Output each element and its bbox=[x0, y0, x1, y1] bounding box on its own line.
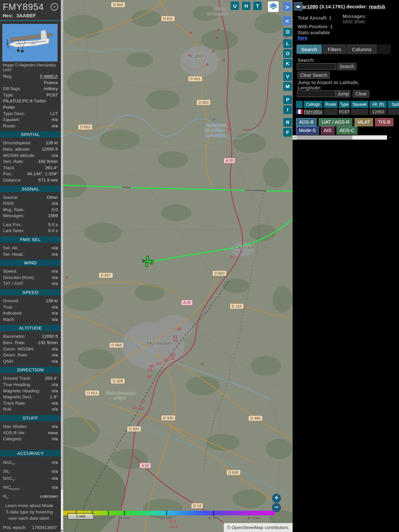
detail-label: Nav. Modes: bbox=[3, 424, 28, 430]
detail-value: n/a bbox=[52, 153, 58, 159]
scrollbar-down-arrow-icon[interactable] bbox=[61, 530, 63, 532]
column-header-Squawk[interactable]: Squawk bbox=[351, 101, 368, 108]
detail-row: Category:n/a bbox=[0, 436, 61, 442]
jump-clear-button[interactable]: Clear bbox=[353, 90, 369, 97]
sidebar-scrollbar[interactable] bbox=[61, 0, 63, 532]
map-button-h[interactable]: H bbox=[242, 2, 250, 10]
detail-label: Msg. Rate: bbox=[3, 207, 25, 213]
legend-tick-label: 40 000+ bbox=[247, 516, 261, 520]
detail-row: Ground Track:263.4° bbox=[0, 375, 61, 382]
tar1090-app: FMY8954 × Hex: 3AABEF IACA bbox=[0, 0, 399, 532]
map-button-m[interactable]: M bbox=[283, 82, 292, 91]
detail-row: Roll:n/a bbox=[0, 406, 61, 413]
detail-value: n/a bbox=[52, 475, 58, 484]
source-badge-mlat[interactable]: MLAT bbox=[354, 118, 373, 126]
messages-label: Messages: bbox=[342, 14, 366, 19]
search-button[interactable]: Search bbox=[337, 63, 356, 70]
scrollbar-track[interactable] bbox=[297, 135, 387, 140]
section-header-signal: SIGNAL bbox=[0, 186, 61, 192]
search-input[interactable] bbox=[297, 63, 336, 70]
map-button-t[interactable]: T bbox=[253, 2, 262, 10]
settings-button[interactable]: ⚙ bbox=[283, 28, 292, 37]
section-header-accuracy: ACCURACY bbox=[0, 450, 61, 457]
detail-value: n/a bbox=[52, 245, 58, 251]
stats-here-link[interactable]: here bbox=[298, 35, 308, 41]
column-header-Route[interactable]: Route bbox=[324, 101, 338, 108]
source-badge-modes[interactable]: Mode-S bbox=[296, 126, 319, 135]
collapse-panel-button[interactable]: < bbox=[282, 16, 292, 26]
detail-row: RC:unknown bbox=[0, 493, 61, 502]
column-header-Callsign[interactable]: Callsign bbox=[304, 101, 323, 108]
source-badge-adsb[interactable]: ADS-B bbox=[296, 118, 317, 126]
map-button-o[interactable]: O bbox=[283, 49, 292, 58]
detail-row: True:n/a bbox=[0, 304, 61, 311]
with-position: With Position: 1 bbox=[298, 24, 333, 29]
detail-row: Sel. Head.:n/a bbox=[0, 251, 61, 258]
legend-tick-label: 20 000 bbox=[160, 516, 172, 520]
tab-columns[interactable]: Columns bbox=[347, 45, 376, 54]
map-button-k[interactable]: K bbox=[283, 59, 292, 68]
legend-tick-label: 30 000 bbox=[207, 516, 219, 520]
detail-value: n/a bbox=[52, 117, 58, 123]
detail-label: QNH: bbox=[3, 358, 14, 365]
layers-button[interactable] bbox=[268, 1, 279, 12]
detail-label: Pos.: bbox=[3, 171, 13, 177]
clear-search-button[interactable]: Clear Search bbox=[298, 71, 330, 79]
tab-search[interactable]: Search bbox=[297, 45, 322, 54]
column-header-flag[interactable] bbox=[296, 101, 303, 108]
map-button-r[interactable]: R bbox=[283, 118, 292, 127]
map-button-i[interactable]: I bbox=[283, 105, 292, 114]
osm-link[interactable]: © OpenStreetMap bbox=[227, 525, 263, 530]
map-button-v[interactable]: V bbox=[283, 72, 292, 81]
scroll-right-arrow-icon[interactable]: ▸ bbox=[388, 135, 392, 140]
tar1090-link[interactable]: tar1090 bbox=[301, 4, 318, 9]
aircraft-callsign-cell[interactable]: FMY8954 bbox=[304, 109, 323, 115]
zoom-out-button[interactable]: − bbox=[272, 503, 281, 512]
detail-row: Track:263.4° bbox=[0, 165, 61, 171]
jump-input[interactable] bbox=[297, 90, 336, 97]
detail-label: NACV: bbox=[3, 475, 16, 484]
detail-row: Last Seen:5.0 s bbox=[0, 228, 61, 234]
legend-tick-label: 8 000 bbox=[103, 516, 113, 520]
detail-sections: SPATIALGroundspeed:139 ktBaro. altitude:… bbox=[0, 131, 61, 501]
source-badge-uatadsr[interactable]: UAT / ADS-R bbox=[319, 118, 352, 126]
detail-row: RSSI:n/a bbox=[0, 200, 61, 207]
detail-value: n/a bbox=[52, 468, 58, 475]
panel-width-toggle[interactable]: ◀▶ bbox=[294, 2, 303, 11]
registration-link[interactable]: F-MMCA bbox=[40, 73, 58, 80]
close-icon[interactable]: × bbox=[51, 3, 58, 11]
column-header-Spd[interactable]: Spd bbox=[388, 101, 399, 108]
source-badge-tisb[interactable]: TIS-B bbox=[375, 118, 393, 126]
map-canvas[interactable]: ✈ bbox=[63, 0, 293, 532]
source-badge-adsc[interactable]: ADS-C bbox=[336, 126, 357, 135]
detail-label: Mach: bbox=[3, 317, 15, 323]
detail-row: Groundspeed:139 kt bbox=[0, 140, 61, 146]
jump-label: Jump to Airport or Latitude, Longitude: bbox=[298, 80, 377, 90]
detail-label: Sel. Alt.: bbox=[3, 245, 19, 251]
scrollbar-thumb[interactable] bbox=[61, 0, 63, 489]
column-header-Alt. (ft)[interactable]: Alt. (ft) bbox=[369, 101, 387, 108]
detail-row: Geom. WGS84:n/a bbox=[0, 346, 61, 352]
svg-text:IACA: IACA bbox=[31, 43, 36, 45]
map[interactable]: ✈ D 660D 811D 653D 820D 653A 20D 820D 92… bbox=[63, 0, 293, 532]
detail-row: Squawk:n/a bbox=[0, 117, 61, 123]
detail-value: 1569 bbox=[48, 213, 58, 219]
map-button-f[interactable]: F bbox=[283, 128, 292, 137]
jump-button[interactable]: Jump bbox=[335, 90, 350, 97]
column-header-Type[interactable]: Type bbox=[339, 101, 350, 108]
source-badge-ais[interactable]: AIS bbox=[321, 126, 334, 135]
scrollbar-thumb[interactable] bbox=[297, 135, 352, 140]
tab-filters[interactable]: Filters bbox=[323, 45, 346, 54]
map-button-u[interactable]: U bbox=[231, 2, 239, 10]
detail-value: -192 ft/min bbox=[37, 340, 58, 346]
zoom-in-button[interactable]: + bbox=[272, 494, 281, 503]
table-horizontal-scrollbar[interactable]: ◂ ▸ bbox=[293, 135, 392, 140]
readsb-link[interactable]: readsb bbox=[369, 4, 385, 9]
scroll-left-arrow-icon[interactable]: ◂ bbox=[293, 135, 297, 140]
map-button-l[interactable]: L bbox=[283, 39, 292, 48]
expand-panel-button[interactable]: > bbox=[282, 2, 292, 12]
detail-row: Baro. Rate:-192 ft/min bbox=[0, 340, 61, 346]
map-button-p[interactable]: P bbox=[283, 95, 292, 104]
detail-row: SIL:n/a bbox=[0, 468, 61, 475]
french-flag-icon bbox=[296, 109, 303, 114]
